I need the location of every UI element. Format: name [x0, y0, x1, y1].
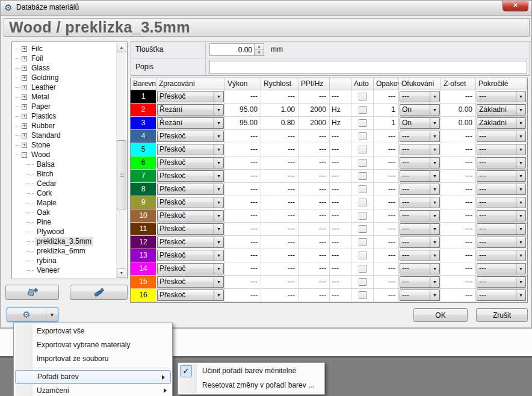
air-assist-dropdown-row15[interactable]: ---▼	[400, 276, 440, 288]
scroll-up-icon[interactable]: ▲	[117, 43, 126, 52]
chevron-down-icon[interactable]: ▼	[516, 250, 525, 261]
z-offset-cell-row10[interactable]: ---	[441, 209, 476, 222]
ppi-cell-row2[interactable]: 2000	[298, 104, 330, 116]
tree-item-plywood[interactable]: Plywood	[13, 227, 116, 237]
chevron-down-icon[interactable]: ▼	[516, 184, 525, 194]
speed-cell-row9[interactable]: ---	[261, 196, 298, 209]
power-cell-row14[interactable]: ---	[225, 262, 261, 275]
tree-item-maple[interactable]: Maple	[13, 198, 116, 208]
auto-checkbox-row4[interactable]	[359, 132, 367, 140]
auto-checkbox-row5[interactable]	[359, 146, 367, 153]
color-swatch-8[interactable]: 8	[131, 183, 156, 196]
chevron-down-icon[interactable]: ▼	[430, 131, 439, 141]
tree-item-rybina[interactable]: rybina	[13, 256, 116, 265]
advanced-dropdown-row2[interactable]: Základní▼	[477, 104, 526, 116]
color-swatch-1[interactable]: 1	[131, 90, 156, 103]
chevron-down-icon[interactable]: ▼	[516, 277, 525, 287]
process-dropdown-row1[interactable]: Přeskoč▼	[157, 91, 224, 102]
chevron-down-icon[interactable]: ▼	[430, 250, 439, 261]
z-offset-cell-row12[interactable]: ---	[441, 236, 476, 249]
color-swatch-2[interactable]: 2	[131, 104, 156, 116]
ppi-cell-row13[interactable]: ---	[298, 249, 330, 262]
tree-item-preklizka-3-5mm[interactable]: preklizka_3.5mm	[13, 237, 116, 246]
auto-checkbox-row9[interactable]	[359, 199, 367, 206]
chevron-down-icon[interactable]: ▼	[214, 184, 223, 194]
color-swatch-11[interactable]: 11	[131, 223, 156, 235]
chevron-down-icon[interactable]: ▼	[430, 144, 439, 155]
chevron-down-icon[interactable]: ▼	[214, 224, 223, 234]
process-dropdown-row2[interactable]: Řezání▼	[157, 104, 224, 116]
repeat-cell-row14[interactable]: ---	[374, 262, 399, 275]
repeat-cell-row8[interactable]: ---	[374, 183, 399, 196]
advanced-dropdown-row13[interactable]: ---▼	[477, 250, 526, 261]
tree-item-leather[interactable]: +Leather	[13, 82, 116, 92]
color-swatch-15[interactable]: 15	[131, 276, 156, 288]
tree-item-filc[interactable]: +Filc	[13, 44, 116, 54]
repeat-cell-row2[interactable]: 1	[374, 104, 399, 116]
repeat-cell-row4[interactable]: ---	[374, 130, 399, 143]
ppi-cell-row11[interactable]: ---	[298, 223, 330, 235]
air-assist-dropdown-row12[interactable]: ---▼	[400, 237, 440, 248]
air-assist-dropdown-row5[interactable]: ---▼	[400, 144, 440, 155]
tree-scrollbar[interactable]: ▲ ▼	[116, 43, 126, 278]
advanced-dropdown-row4[interactable]: ---▼	[477, 131, 526, 142]
z-offset-cell-row15[interactable]: ---	[441, 276, 476, 288]
chevron-down-icon[interactable]: ▼	[430, 224, 439, 234]
tree-item-veneer[interactable]: Veneer	[13, 265, 116, 275]
spinner-up-icon[interactable]: ▲	[255, 44, 264, 50]
chevron-down-icon[interactable]: ▼	[214, 158, 223, 168]
power-cell-row8[interactable]: ---	[225, 183, 261, 196]
advanced-dropdown-row8[interactable]: ---▼	[477, 184, 526, 195]
z-offset-cell-row2[interactable]: 0.00	[441, 104, 476, 116]
tree-expand-icon[interactable]: +	[22, 133, 27, 138]
repeat-cell-row13[interactable]: ---	[374, 249, 399, 262]
advanced-dropdown-row6[interactable]: ---▼	[477, 157, 526, 169]
advanced-dropdown-row7[interactable]: ---▼	[477, 170, 526, 182]
chevron-down-icon[interactable]: ▼	[516, 105, 525, 115]
advanced-dropdown-row1[interactable]: ---▼	[477, 91, 526, 102]
speed-cell-row3[interactable]: 0.80	[261, 117, 298, 129]
description-input[interactable]	[209, 61, 527, 74]
auto-checkbox-row8[interactable]	[359, 185, 367, 193]
speed-cell-row8[interactable]: ---	[261, 183, 298, 196]
tree-item-standard[interactable]: +Standard	[13, 131, 116, 140]
tree-expand-icon[interactable]: +	[22, 66, 27, 71]
chevron-down-icon[interactable]: ▼	[214, 91, 223, 102]
color-swatch-9[interactable]: 9	[131, 196, 156, 209]
color-swatch-3[interactable]: 3	[131, 117, 156, 129]
ok-button[interactable]: OK	[413, 308, 468, 322]
add-material-button[interactable]	[70, 285, 128, 300]
tree-item-pine[interactable]: Pine	[13, 217, 116, 227]
chevron-down-icon[interactable]: ▼	[516, 264, 525, 274]
power-cell-row2[interactable]: 95.00	[225, 104, 261, 116]
chevron-down-icon[interactable]: ▼	[430, 184, 439, 194]
auto-checkbox-row11[interactable]	[359, 225, 367, 233]
power-cell-row13[interactable]: ---	[225, 249, 261, 262]
chevron-down-icon[interactable]: ▼	[214, 264, 223, 274]
power-cell-row16[interactable]: ---	[225, 289, 261, 302]
spinner-down-icon[interactable]: ▼	[255, 50, 264, 55]
advanced-dropdown-row3[interactable]: Základní▼	[477, 117, 526, 129]
auto-checkbox-row3[interactable]	[359, 119, 367, 127]
speed-cell-row5[interactable]: ---	[261, 143, 298, 156]
tree-item-rubber[interactable]: +Rubber	[13, 121, 116, 131]
advanced-dropdown-row11[interactable]: ---▼	[477, 223, 526, 235]
chevron-down-icon[interactable]: ▼	[214, 118, 223, 128]
repeat-cell-row7[interactable]: ---	[374, 170, 399, 182]
tree-item-paper[interactable]: +Paper	[13, 102, 116, 111]
tree-item-wood[interactable]: −Wood	[13, 150, 116, 159]
air-assist-dropdown-row16[interactable]: ---▼	[400, 289, 440, 301]
speed-cell-row11[interactable]: ---	[261, 223, 298, 235]
auto-checkbox-row10[interactable]	[359, 212, 367, 220]
ppi-cell-row15[interactable]: ---	[298, 276, 330, 288]
power-cell-row11[interactable]: ---	[225, 223, 261, 235]
auto-checkbox-row14[interactable]	[359, 265, 367, 273]
repeat-cell-row11[interactable]: ---	[374, 223, 399, 235]
repeat-cell-row16[interactable]: ---	[374, 289, 399, 302]
process-dropdown-row3[interactable]: Řezání▼	[157, 117, 224, 129]
z-offset-cell-row11[interactable]: ---	[441, 223, 476, 235]
z-offset-cell-row8[interactable]: ---	[441, 183, 476, 196]
speed-cell-row12[interactable]: ---	[261, 236, 298, 249]
close-button[interactable]: ×	[503, 1, 528, 11]
ppi-cell-row8[interactable]: ---	[298, 183, 330, 196]
